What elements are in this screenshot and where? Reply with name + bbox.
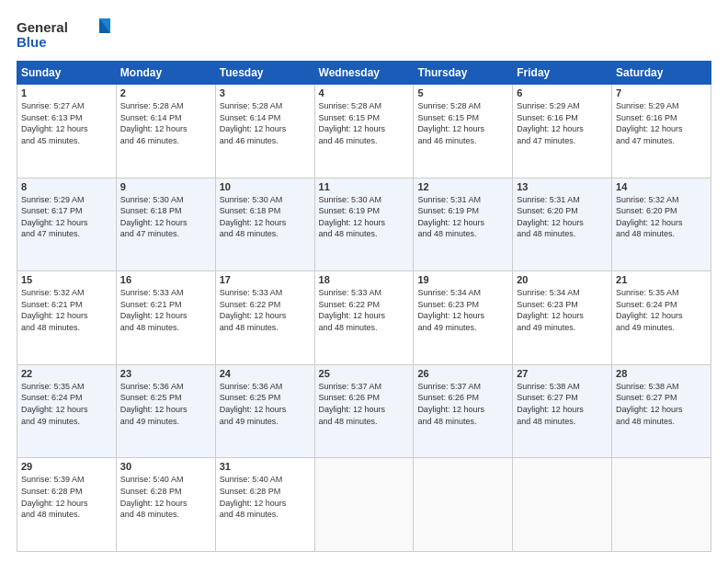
cell-info: Sunrise: 5:29 AM Sunset: 6:17 PM Dayligh…: [21, 194, 112, 240]
cell-info: Sunrise: 5:28 AM Sunset: 6:15 PM Dayligh…: [319, 100, 410, 146]
day-number: 25: [319, 368, 410, 379]
calendar: SundayMondayTuesdayWednesdayThursdayFrid…: [17, 61, 711, 552]
calendar-cell: 29Sunrise: 5:39 AM Sunset: 6:28 PM Dayli…: [17, 458, 117, 552]
day-number: 4: [319, 87, 410, 98]
calendar-cell: 31Sunrise: 5:40 AM Sunset: 6:28 PM Dayli…: [215, 458, 314, 552]
cell-info: Sunrise: 5:33 AM Sunset: 6:22 PM Dayligh…: [319, 287, 410, 333]
day-number: 13: [517, 181, 608, 192]
cell-info: Sunrise: 5:33 AM Sunset: 6:21 PM Dayligh…: [120, 287, 211, 333]
calendar-cell: 25Sunrise: 5:37 AM Sunset: 6:26 PM Dayli…: [314, 364, 414, 458]
cell-info: Sunrise: 5:30 AM Sunset: 6:19 PM Dayligh…: [319, 194, 410, 240]
svg-text:Blue: Blue: [17, 34, 47, 50]
calendar-cell: [414, 458, 513, 552]
day-number: 26: [417, 368, 508, 379]
calendar-cell: 18Sunrise: 5:33 AM Sunset: 6:22 PM Dayli…: [314, 271, 414, 365]
cell-info: Sunrise: 5:34 AM Sunset: 6:23 PM Dayligh…: [417, 287, 508, 333]
calendar-cell: 14Sunrise: 5:32 AM Sunset: 6:20 PM Dayli…: [612, 178, 711, 271]
calendar-cell: 19Sunrise: 5:34 AM Sunset: 6:23 PM Dayli…: [414, 271, 513, 365]
day-header-tuesday: Tuesday: [215, 62, 314, 85]
cell-info: Sunrise: 5:30 AM Sunset: 6:18 PM Dayligh…: [120, 194, 211, 240]
cell-info: Sunrise: 5:28 AM Sunset: 6:14 PM Dayligh…: [220, 100, 311, 146]
cell-info: Sunrise: 5:40 AM Sunset: 6:28 PM Dayligh…: [120, 474, 211, 520]
calendar-cell: [314, 458, 414, 552]
day-number: 28: [616, 368, 707, 379]
calendar-cell: 4Sunrise: 5:28 AM Sunset: 6:15 PM Daylig…: [314, 85, 414, 178]
cell-info: Sunrise: 5:37 AM Sunset: 6:26 PM Dayligh…: [319, 381, 410, 427]
calendar-cell: 24Sunrise: 5:36 AM Sunset: 6:25 PM Dayli…: [215, 364, 314, 458]
day-number: 9: [120, 181, 211, 192]
calendar-cell: 7Sunrise: 5:29 AM Sunset: 6:16 PM Daylig…: [612, 85, 711, 178]
day-number: 22: [21, 368, 112, 379]
calendar-cell: 6Sunrise: 5:29 AM Sunset: 6:16 PM Daylig…: [513, 85, 612, 178]
day-number: 23: [120, 368, 211, 379]
calendar-cell: 20Sunrise: 5:34 AM Sunset: 6:23 PM Dayli…: [513, 271, 612, 365]
cell-info: Sunrise: 5:35 AM Sunset: 6:24 PM Dayligh…: [616, 287, 707, 333]
day-number: 7: [616, 87, 707, 98]
cell-info: Sunrise: 5:32 AM Sunset: 6:21 PM Dayligh…: [21, 287, 112, 333]
cell-info: Sunrise: 5:32 AM Sunset: 6:20 PM Dayligh…: [616, 194, 707, 240]
day-header-wednesday: Wednesday: [314, 62, 414, 85]
day-number: 1: [21, 87, 112, 98]
day-number: 27: [517, 368, 608, 379]
calendar-cell: 5Sunrise: 5:28 AM Sunset: 6:15 PM Daylig…: [414, 85, 513, 178]
calendar-cell: 17Sunrise: 5:33 AM Sunset: 6:22 PM Dayli…: [215, 271, 314, 365]
cell-info: Sunrise: 5:33 AM Sunset: 6:22 PM Dayligh…: [220, 287, 311, 333]
logo-graphic: General Blue: [17, 17, 118, 52]
day-number: 12: [417, 181, 508, 192]
cell-info: Sunrise: 5:38 AM Sunset: 6:27 PM Dayligh…: [616, 381, 707, 427]
day-number: 24: [220, 368, 311, 379]
day-header-monday: Monday: [116, 62, 215, 85]
calendar-cell: 15Sunrise: 5:32 AM Sunset: 6:21 PM Dayli…: [17, 271, 117, 365]
cell-info: Sunrise: 5:29 AM Sunset: 6:16 PM Dayligh…: [616, 100, 707, 146]
day-number: 19: [417, 274, 508, 285]
calendar-cell: 21Sunrise: 5:35 AM Sunset: 6:24 PM Dayli…: [612, 271, 711, 365]
calendar-cell: 9Sunrise: 5:30 AM Sunset: 6:18 PM Daylig…: [116, 178, 215, 271]
cell-info: Sunrise: 5:36 AM Sunset: 6:25 PM Dayligh…: [120, 381, 211, 427]
day-number: 16: [120, 274, 211, 285]
calendar-cell: 26Sunrise: 5:37 AM Sunset: 6:26 PM Dayli…: [414, 364, 513, 458]
calendar-cell: 30Sunrise: 5:40 AM Sunset: 6:28 PM Dayli…: [116, 458, 215, 552]
day-number: 20: [517, 274, 608, 285]
cell-info: Sunrise: 5:39 AM Sunset: 6:28 PM Dayligh…: [21, 474, 112, 520]
day-header-sunday: Sunday: [17, 62, 117, 85]
day-number: 17: [220, 274, 311, 285]
calendar-cell: 23Sunrise: 5:36 AM Sunset: 6:25 PM Dayli…: [116, 364, 215, 458]
day-number: 2: [120, 87, 211, 98]
day-header-friday: Friday: [513, 62, 612, 85]
cell-info: Sunrise: 5:28 AM Sunset: 6:15 PM Dayligh…: [417, 100, 508, 146]
day-number: 15: [21, 274, 112, 285]
calendar-cell: 3Sunrise: 5:28 AM Sunset: 6:14 PM Daylig…: [215, 85, 314, 178]
calendar-cell: 22Sunrise: 5:35 AM Sunset: 6:24 PM Dayli…: [17, 364, 117, 458]
day-header-thursday: Thursday: [414, 62, 513, 85]
day-number: 3: [220, 87, 311, 98]
calendar-cell: 2Sunrise: 5:28 AM Sunset: 6:14 PM Daylig…: [116, 85, 215, 178]
page: General Blue SundayMondayTuesdayWednesda…: [0, 0, 728, 563]
calendar-cell: 28Sunrise: 5:38 AM Sunset: 6:27 PM Dayli…: [612, 364, 711, 458]
day-number: 8: [21, 181, 112, 192]
calendar-cell: 13Sunrise: 5:31 AM Sunset: 6:20 PM Dayli…: [513, 178, 612, 271]
cell-info: Sunrise: 5:29 AM Sunset: 6:16 PM Dayligh…: [517, 100, 608, 146]
logo-svg: General Blue: [17, 17, 118, 52]
day-number: 11: [319, 181, 410, 192]
cell-info: Sunrise: 5:27 AM Sunset: 6:13 PM Dayligh…: [21, 100, 112, 146]
svg-text:General: General: [17, 19, 68, 35]
cell-info: Sunrise: 5:36 AM Sunset: 6:25 PM Dayligh…: [220, 381, 311, 427]
cell-info: Sunrise: 5:31 AM Sunset: 6:20 PM Dayligh…: [517, 194, 608, 240]
calendar-cell: 1Sunrise: 5:27 AM Sunset: 6:13 PM Daylig…: [17, 85, 117, 178]
day-number: 29: [21, 461, 112, 472]
cell-info: Sunrise: 5:40 AM Sunset: 6:28 PM Dayligh…: [220, 474, 311, 520]
cell-info: Sunrise: 5:38 AM Sunset: 6:27 PM Dayligh…: [517, 381, 608, 427]
day-number: 10: [220, 181, 311, 192]
day-number: 31: [220, 461, 311, 472]
cell-info: Sunrise: 5:28 AM Sunset: 6:14 PM Dayligh…: [120, 100, 211, 146]
cell-info: Sunrise: 5:35 AM Sunset: 6:24 PM Dayligh…: [21, 381, 112, 427]
day-number: 30: [120, 461, 211, 472]
calendar-cell: 8Sunrise: 5:29 AM Sunset: 6:17 PM Daylig…: [17, 178, 117, 271]
day-number: 21: [616, 274, 707, 285]
cell-info: Sunrise: 5:34 AM Sunset: 6:23 PM Dayligh…: [517, 287, 608, 333]
calendar-cell: 10Sunrise: 5:30 AM Sunset: 6:18 PM Dayli…: [215, 178, 314, 271]
day-number: 14: [616, 181, 707, 192]
calendar-cell: 27Sunrise: 5:38 AM Sunset: 6:27 PM Dayli…: [513, 364, 612, 458]
calendar-cell: 16Sunrise: 5:33 AM Sunset: 6:21 PM Dayli…: [116, 271, 215, 365]
day-number: 5: [417, 87, 508, 98]
